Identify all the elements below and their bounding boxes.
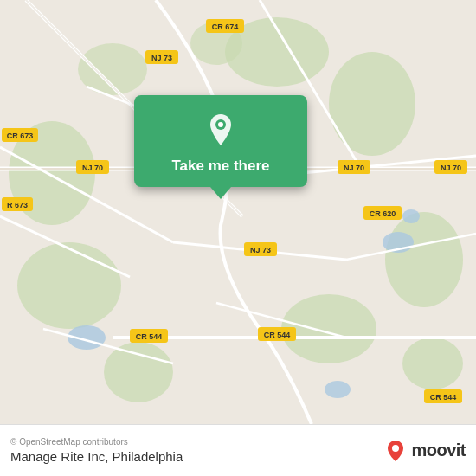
footer-info: © OpenStreetMap contributors Manage Rite… bbox=[10, 437, 183, 464]
take-me-there-button[interactable]: Take me there bbox=[171, 158, 269, 175]
svg-point-8 bbox=[402, 338, 463, 389]
footer-bar: © OpenStreetMap contributors Manage Rite… bbox=[0, 424, 476, 476]
svg-text:R 673: R 673 bbox=[7, 201, 28, 209]
svg-text:NJ 70: NJ 70 bbox=[344, 164, 364, 172]
popup-card: Take me there bbox=[134, 95, 307, 187]
copyright-text: © OpenStreetMap contributors bbox=[10, 437, 183, 447]
svg-text:NJ 73: NJ 73 bbox=[250, 246, 271, 254]
svg-text:CR 674: CR 674 bbox=[212, 23, 239, 31]
svg-point-54 bbox=[218, 122, 223, 127]
svg-point-5 bbox=[17, 242, 121, 329]
svg-text:CR 544: CR 544 bbox=[264, 331, 291, 339]
svg-text:NJ 70: NJ 70 bbox=[441, 164, 461, 172]
location-pin-icon bbox=[202, 111, 240, 149]
moovit-brand-text: moovit bbox=[411, 441, 466, 460]
svg-text:NJ 73: NJ 73 bbox=[151, 54, 172, 62]
svg-text:CR 544: CR 544 bbox=[430, 393, 457, 402]
svg-point-12 bbox=[402, 209, 420, 223]
svg-point-14 bbox=[325, 381, 351, 398]
moovit-logo: moovit bbox=[383, 439, 466, 463]
svg-point-2 bbox=[329, 52, 415, 156]
svg-point-55 bbox=[392, 445, 399, 452]
svg-point-3 bbox=[385, 212, 463, 307]
moovit-pin-icon bbox=[383, 439, 408, 463]
svg-text:CR 620: CR 620 bbox=[370, 209, 396, 218]
location-name: Manage Rite Inc, Philadelphia bbox=[10, 449, 183, 464]
svg-text:CR 544: CR 544 bbox=[136, 332, 163, 341]
svg-point-7 bbox=[104, 342, 173, 402]
map-area: CR 674 NJ 73 CR 673 NJ 70 R 673 NJ 70 NJ… bbox=[0, 0, 476, 424]
svg-text:CR 673: CR 673 bbox=[7, 132, 34, 140]
svg-text:NJ 70: NJ 70 bbox=[82, 164, 103, 172]
